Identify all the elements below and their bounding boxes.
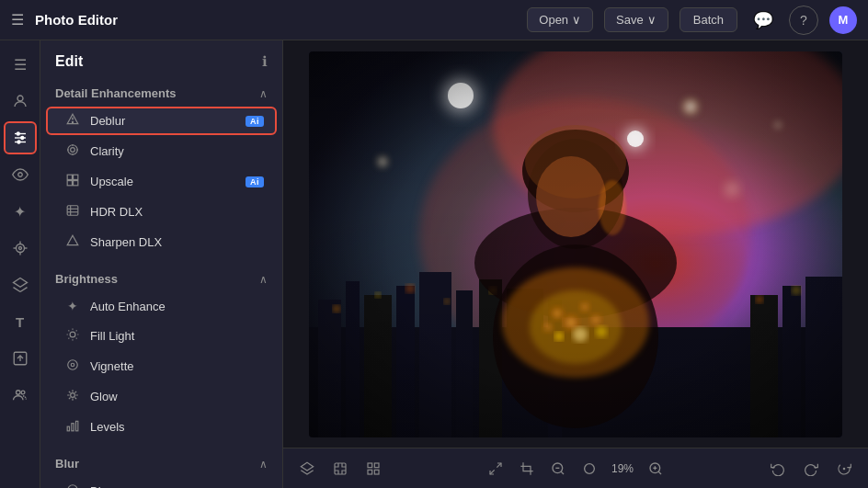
hdr-dlx-label: HDR DLX bbox=[90, 205, 264, 219]
panel-header: Edit ℹ bbox=[40, 40, 282, 79]
chat-button[interactable]: 💬 bbox=[748, 6, 778, 35]
section-detail-header[interactable]: Detail Enhancements ∧ bbox=[40, 79, 282, 106]
section-brightness-header[interactable]: Brightness ∧ bbox=[40, 265, 282, 291]
svg-rect-55 bbox=[309, 51, 842, 437]
glow-icon bbox=[64, 389, 81, 404]
sidebar-item-menu[interactable]: ☰ bbox=[4, 48, 37, 81]
levels-label: Levels bbox=[90, 420, 264, 434]
sidebar-item-layers[interactable] bbox=[4, 268, 37, 301]
svg-point-97 bbox=[678, 94, 703, 119]
menu-item-deblur[interactable]: Deblur Ai bbox=[46, 107, 277, 135]
svg-point-78 bbox=[528, 139, 623, 249]
svg-point-76 bbox=[756, 296, 763, 303]
menu-item-vignette[interactable]: Vignette bbox=[46, 352, 277, 380]
clarity-label: Clarity bbox=[90, 144, 264, 158]
frame-button[interactable] bbox=[327, 458, 353, 480]
svg-point-81 bbox=[474, 208, 677, 318]
menu-icon[interactable]: ☰ bbox=[11, 11, 24, 28]
svg-marker-38 bbox=[67, 235, 78, 245]
svg-point-48 bbox=[68, 360, 78, 370]
redo-button[interactable] bbox=[798, 458, 824, 480]
svg-rect-62 bbox=[396, 286, 415, 437]
svg-point-8 bbox=[16, 244, 24, 253]
sidebar-item-brush[interactable] bbox=[4, 232, 37, 265]
svg-line-43 bbox=[76, 338, 77, 339]
open-label: Open bbox=[539, 13, 568, 27]
reset-button[interactable] bbox=[831, 458, 857, 480]
svg-point-57 bbox=[419, 97, 750, 373]
menu-item-levels[interactable]: Levels bbox=[46, 413, 277, 441]
svg-point-24 bbox=[68, 145, 78, 155]
menu-item-fill-light[interactable]: Fill Light bbox=[46, 322, 277, 350]
svg-point-83 bbox=[502, 267, 649, 378]
batch-button[interactable]: Batch bbox=[680, 7, 737, 32]
menu-item-clarity[interactable]: Clarity bbox=[46, 137, 277, 165]
svg-rect-33 bbox=[74, 181, 78, 186]
fill-light-label: Fill Light bbox=[90, 329, 264, 343]
sidebar-item-people[interactable] bbox=[4, 379, 37, 412]
section-blur-title: Blur bbox=[55, 457, 79, 471]
svg-rect-52 bbox=[72, 424, 74, 431]
svg-rect-59 bbox=[318, 300, 341, 437]
panel-title: Edit bbox=[55, 53, 83, 70]
svg-rect-69 bbox=[782, 286, 801, 437]
svg-point-6 bbox=[17, 141, 20, 143]
undo-button[interactable] bbox=[765, 458, 791, 480]
zoom-in-button[interactable] bbox=[643, 458, 668, 480]
sidebar-item-sliders[interactable] bbox=[4, 121, 37, 154]
menu-item-sharpen-dlx[interactable]: Sharpen DLX bbox=[46, 228, 277, 256]
open-button[interactable]: Open ∨ bbox=[527, 7, 593, 32]
svg-point-77 bbox=[792, 286, 801, 295]
svg-point-91 bbox=[554, 332, 564, 341]
grid-button[interactable] bbox=[360, 458, 386, 480]
help-button[interactable]: ? bbox=[789, 6, 818, 35]
svg-line-15 bbox=[13, 288, 20, 292]
fit-screen-button[interactable] bbox=[483, 458, 508, 480]
svg-point-56 bbox=[493, 51, 842, 235]
zoom-out-button[interactable] bbox=[545, 458, 571, 480]
auto-enhance-icon: ✦ bbox=[64, 299, 81, 313]
menu-item-upscale[interactable]: Upscale Ai bbox=[46, 167, 277, 196]
blur-label: Blur bbox=[90, 484, 264, 488]
svg-line-111 bbox=[490, 470, 495, 474]
open-chevron: ∨ bbox=[572, 13, 581, 27]
svg-marker-14 bbox=[13, 278, 27, 288]
menu-item-hdr-dlx[interactable]: HDR DLX bbox=[46, 198, 277, 226]
svg-point-102 bbox=[599, 180, 626, 235]
canvas-area: 19% bbox=[283, 40, 868, 488]
svg-point-93 bbox=[435, 70, 486, 121]
layers-button[interactable] bbox=[294, 458, 320, 480]
menu-item-blur[interactable]: Blur bbox=[46, 477, 277, 488]
toolbar-left-group bbox=[294, 458, 386, 480]
svg-point-100 bbox=[771, 118, 785, 132]
sidebar-item-person[interactable] bbox=[4, 85, 37, 118]
crop-button[interactable] bbox=[514, 458, 540, 480]
section-brightness-title: Brightness bbox=[55, 272, 118, 286]
menu-item-auto-enhance[interactable]: ✦ Auto Enhance bbox=[46, 292, 277, 320]
svg-point-25 bbox=[71, 148, 75, 153]
zoom-reset-button[interactable] bbox=[577, 458, 602, 480]
avatar[interactable]: M bbox=[829, 6, 857, 34]
upscale-label: Upscale bbox=[90, 175, 236, 188]
svg-rect-61 bbox=[364, 295, 392, 437]
sidebar-item-sparkle[interactable]: ✦ bbox=[4, 195, 37, 228]
save-button[interactable]: Save ∨ bbox=[604, 7, 668, 32]
edit-panel: Edit ℹ Detail Enhancements ∧ Deblur Ai bbox=[40, 40, 283, 488]
menu-item-glow[interactable]: Glow bbox=[46, 382, 277, 411]
sidebar-item-export[interactable] bbox=[4, 342, 37, 375]
section-detail-title: Detail Enhancements bbox=[55, 86, 177, 100]
sidebar-item-text[interactable]: T bbox=[4, 305, 37, 338]
svg-rect-63 bbox=[419, 272, 451, 437]
svg-point-120 bbox=[843, 468, 844, 469]
svg-rect-70 bbox=[805, 277, 842, 437]
sidebar-item-eye[interactable] bbox=[4, 158, 37, 191]
info-icon[interactable]: ℹ bbox=[262, 53, 268, 70]
section-blur-header[interactable]: Blur ∧ bbox=[40, 449, 282, 476]
svg-point-101 bbox=[525, 125, 626, 199]
section-brightness-chevron: ∧ bbox=[259, 273, 268, 286]
svg-line-46 bbox=[68, 338, 69, 339]
svg-rect-106 bbox=[368, 463, 372, 468]
svg-point-49 bbox=[71, 363, 74, 367]
svg-point-98 bbox=[373, 153, 392, 171]
svg-point-39 bbox=[70, 332, 75, 337]
